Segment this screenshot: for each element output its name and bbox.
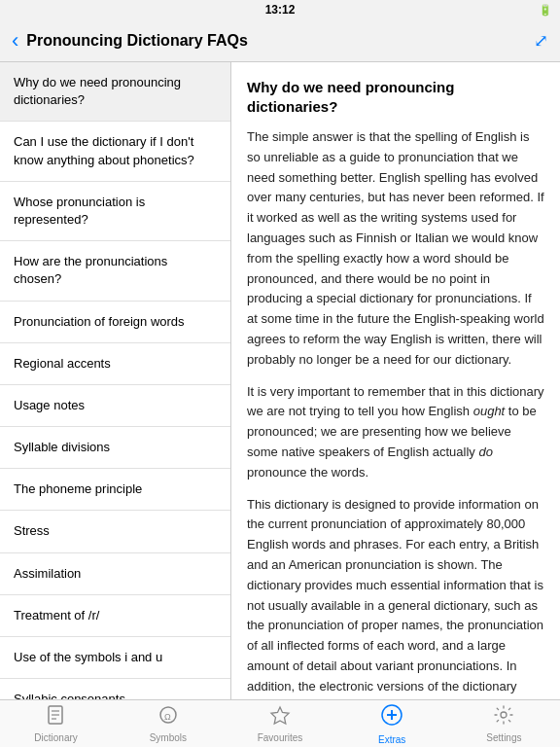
- tab-favourites[interactable]: Favourites: [224, 704, 335, 743]
- expand-button[interactable]: ⤢: [534, 30, 548, 52]
- tab-symbols[interactable]: ΩSymbols: [112, 704, 224, 743]
- sidebar-item-symbols-i-u[interactable]: Use of the symbols i and u: [0, 637, 230, 679]
- sidebar-item-why[interactable]: Why do we need pronouncing dictionaries?: [0, 62, 230, 122]
- sidebar-item-assimilation[interactable]: Assimilation: [0, 553, 230, 595]
- content-paragraph-3: This dictionary is designed to provide i…: [247, 495, 544, 699]
- content-title: Why do we need pronouncing dictionaries?: [247, 78, 544, 116]
- tab-extras[interactable]: Extras: [336, 703, 448, 745]
- favourites-label: Favourites: [258, 732, 303, 743]
- status-icons: 🔋: [539, 4, 552, 17]
- extras-label: Extras: [378, 734, 405, 745]
- back-button[interactable]: ‹: [12, 30, 18, 52]
- sidebar-item-how-chosen[interactable]: How are the pronunciations chosen?: [0, 241, 230, 301]
- battery-icon: 🔋: [539, 4, 552, 17]
- sidebar: Why do we need pronouncing dictionaries?…: [0, 62, 231, 699]
- svg-text:Ω: Ω: [164, 712, 171, 722]
- sidebar-item-foreign[interactable]: Pronunciation of foreign words: [0, 302, 230, 343]
- sidebar-item-stress[interactable]: Stress: [0, 511, 230, 552]
- sidebar-item-whose[interactable]: Whose pronunciation is represented?: [0, 182, 230, 241]
- svg-marker-6: [271, 707, 289, 724]
- sidebar-item-regional[interactable]: Regional accents: [0, 343, 230, 385]
- nav-bar: ‹ Pronouncing Dictionary FAQs ⤢: [0, 19, 560, 62]
- content-area: Why do we need pronouncing dictionaries?…: [231, 62, 560, 699]
- nav-title: Pronouncing Dictionary FAQs: [26, 32, 534, 50]
- content-paragraph-2: It is very important to remember that in…: [247, 382, 544, 483]
- sidebar-item-syllable[interactable]: Syllable divisions: [0, 427, 230, 469]
- svg-point-10: [501, 712, 507, 718]
- sidebar-item-usage[interactable]: Usage notes: [0, 385, 230, 427]
- symbols-icon: Ω: [158, 704, 179, 730]
- status-time: 13:12: [265, 3, 296, 17]
- status-bar: 13:12 🔋: [0, 0, 560, 19]
- dictionary-icon: [46, 704, 67, 730]
- tab-settings[interactable]: Settings: [448, 704, 560, 743]
- tab-bar: DictionaryΩSymbolsFavouritesExtrasSettin…: [0, 699, 560, 747]
- favourites-icon: [269, 704, 291, 730]
- sidebar-item-phoneme[interactable]: The phoneme principle: [0, 469, 230, 511]
- symbols-label: Symbols: [150, 732, 187, 743]
- sidebar-item-can-i-use[interactable]: Can I use the dictionary if I don't know…: [0, 122, 230, 181]
- main-area: Why do we need pronouncing dictionaries?…: [0, 62, 560, 699]
- sidebar-item-syllabic[interactable]: Syllabic consonants: [0, 679, 230, 699]
- tab-dictionary[interactable]: Dictionary: [0, 704, 112, 743]
- content-paragraph-1: The simple answer is that the spelling o…: [247, 127, 544, 371]
- extras-icon: [380, 703, 403, 732]
- settings-icon: [493, 704, 514, 730]
- settings-label: Settings: [486, 732, 521, 743]
- dictionary-label: Dictionary: [34, 732, 77, 743]
- content-paragraphs: The simple answer is that the spelling o…: [247, 127, 544, 699]
- sidebar-item-treatment-r[interactable]: Treatment of /r/: [0, 595, 230, 637]
